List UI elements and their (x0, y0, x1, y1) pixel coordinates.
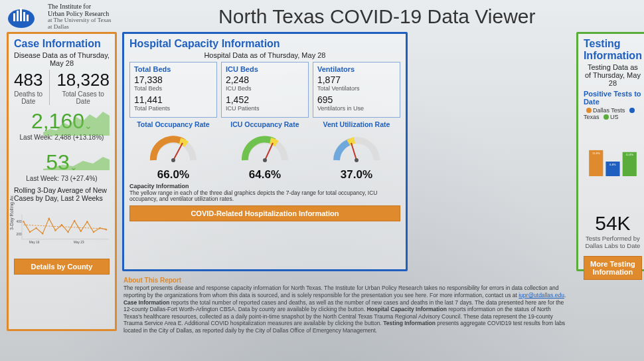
svg-point-14 (48, 217, 50, 219)
svg-text:11.0%: 11.0% (625, 153, 633, 156)
testing-information-panel: Testing Information Testing Data as of T… (576, 32, 644, 271)
svg-point-30 (263, 158, 267, 162)
rolling-chart: 3-Day Rolling Av. 400 200 May 16 May 23 (14, 204, 110, 256)
case-information-panel: Case Information Disease Data as of Thur… (7, 32, 117, 331)
svg-rect-1 (13, 13, 15, 21)
details-by-county-button[interactable]: Details by County (14, 259, 110, 275)
org-name: The Institute for Urban Policy Research … (48, 3, 112, 31)
positive-tests-title: Positive Tests to Date (584, 90, 642, 106)
svg-point-32 (355, 158, 359, 162)
svg-point-12 (35, 227, 37, 229)
svg-point-21 (93, 231, 94, 233)
org-logo (7, 4, 42, 29)
svg-point-18 (74, 220, 75, 221)
svg-rect-5 (27, 15, 29, 21)
icu-beds-box: ICU Beds 2,248ICU Beds 1,452ICU Patients (221, 62, 309, 118)
svg-rect-2 (17, 11, 19, 21)
svg-point-17 (67, 231, 68, 233)
testing-heading: Testing Information (584, 38, 642, 62)
header: The Institute for Urban Policy Research … (0, 0, 644, 31)
deaths-stat: 483 Deaths to Date (14, 70, 42, 105)
weekly-deaths-stat: 53⌄ Last Week: 73 (+27.4%) (14, 150, 110, 182)
svg-rect-3 (20, 8, 22, 21)
cases-stat: 18,328 Total Cases to Date (56, 70, 110, 105)
tests-performed-label: Tests Performed by Dallas Labs to Date (584, 235, 642, 249)
svg-point-28 (171, 158, 175, 162)
svg-point-10 (23, 221, 24, 222)
svg-point-13 (42, 233, 43, 234)
svg-text:400: 400 (17, 220, 22, 223)
hospital-capacity-panel: Hospital Capacity Information Hospital D… (122, 32, 408, 271)
svg-text:200: 200 (17, 233, 22, 236)
testing-subheading: Testing Data as of Thursday, May 28 (584, 63, 642, 87)
total-beds-box: Total Beds 17,338Total Beds 11,441Total … (129, 62, 217, 118)
svg-line-31 (351, 143, 357, 160)
page-title: North Texas COVID-19 Data Viewer (117, 5, 637, 28)
vent-utilization-gauge: Vent Utilization Rate 37.0% (313, 120, 400, 181)
covid-hospitalization-button[interactable]: COVID-Related Hospitalization Informatio… (129, 205, 400, 221)
about-report: About This Report The report presents di… (122, 275, 571, 334)
contact-email-link[interactable]: iupr@utdallas.edu (519, 292, 564, 299)
tests-performed-value: 54K (584, 212, 642, 235)
svg-point-20 (86, 221, 88, 222)
svg-line-29 (265, 143, 273, 160)
icu-occupancy-gauge: ICU Occupancy Rate 64.6% (221, 120, 309, 181)
svg-text:11.9%: 11.9% (592, 151, 600, 154)
case-subheading: Disease Data as of Thursday, May 28 (14, 51, 110, 67)
svg-text:May 16: May 16 (29, 241, 40, 244)
svg-point-16 (61, 224, 62, 225)
case-heading: Case Information (14, 38, 110, 50)
cases-sparkline-icon (43, 109, 110, 136)
svg-point-15 (54, 229, 56, 231)
hospital-heading: Hospital Capacity Information (129, 38, 400, 50)
svg-text:6.8%: 6.8% (609, 162, 616, 166)
svg-point-19 (80, 231, 82, 232)
ventilators-box: Ventilators 1,877Total Ventilators 695Ve… (313, 62, 400, 118)
bar-legend: Dallas Tests Texas US (584, 107, 642, 120)
svg-rect-4 (23, 12, 25, 21)
svg-point-11 (29, 231, 31, 233)
weekly-cases-stat: 2,160⌄ Last Week: 2,488 (+13.18%) (14, 109, 110, 141)
rolling-chart-title: Rolling 3-Day Average of New Cases by Da… (14, 186, 110, 203)
capacity-info: Capacity Information The yellow range in… (129, 183, 400, 203)
svg-text:May 23: May 23 (74, 241, 84, 244)
deaths-sparkline-icon (43, 150, 110, 170)
more-testing-button[interactable]: More Testing Information (584, 256, 642, 280)
svg-line-27 (173, 143, 183, 160)
positive-tests-bar-chart: 11.9% 6.8% 11.0% (584, 122, 642, 201)
total-occupancy-gauge: Total Occupancy Rate 66.0% (129, 120, 217, 181)
hospital-subheading: Hospital Data as of Thursday, May 28 (129, 51, 400, 59)
